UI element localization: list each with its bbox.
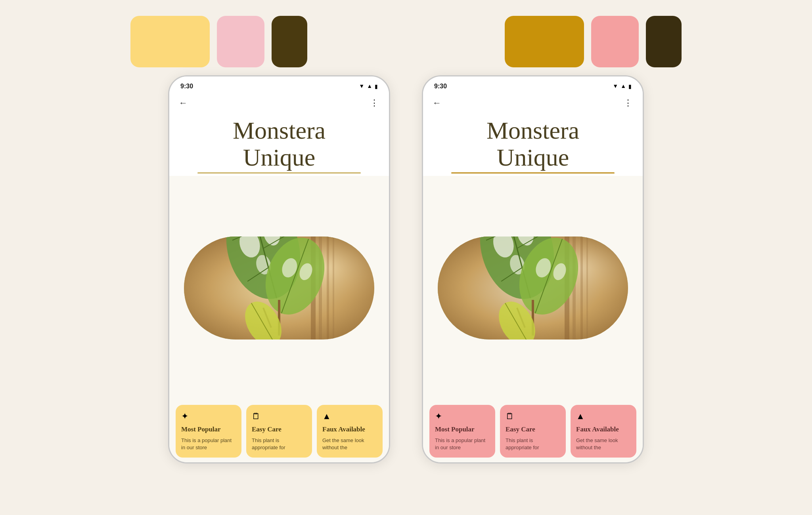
swatch-pink-medium (591, 16, 639, 67)
plant-oval-1 (184, 237, 374, 340)
card-desc-popular-2: This is a popular plant in our store (435, 437, 490, 451)
card-desc-popular-1: This is a popular plant in our store (181, 437, 236, 451)
swatch-yellow-dark (505, 16, 584, 67)
swatches-container (0, 0, 812, 75)
plant-illustration-1 (184, 237, 374, 340)
card-most-popular-2: ✦ Most Popular This is a popular plant i… (429, 405, 495, 458)
phone-1: 9:30 ▼ ▲ ▮ ← ⋮ Monstera Unique (168, 75, 390, 464)
card-title-popular-2: Most Popular (435, 425, 490, 433)
battery-icon-1: ▮ (375, 83, 378, 90)
plant-name-1: Monstera Unique (177, 117, 381, 174)
card-title-care-2: Easy Care (506, 425, 560, 433)
svg-rect-27 (586, 237, 588, 340)
swatch-pink-light (217, 16, 264, 67)
nav-bar-2: ← ⋮ (423, 93, 643, 113)
cards-row-2: ✦ Most Popular This is a popular plant i… (423, 400, 643, 462)
card-faux-1: ▲ Faux Available Get the same look witho… (317, 405, 383, 458)
clipboard-icon-1: 🗒 (252, 411, 306, 422)
title-underline-2 (451, 172, 614, 174)
plant-title-2: Monstera Unique (423, 113, 643, 176)
plant-image-area-1 (169, 176, 389, 400)
phones-container: 9:30 ▼ ▲ ▮ ← ⋮ Monstera Unique (144, 75, 668, 515)
cards-row-1: ✦ Most Popular This is a popular plant i… (169, 400, 389, 462)
status-time-1: 9:30 (180, 83, 193, 90)
more-button-1[interactable]: ⋮ (370, 98, 379, 108)
svg-rect-5 (333, 237, 334, 340)
status-icons-1: ▼ ▲ ▮ (359, 83, 378, 90)
plant-title-1: Monstera Unique (169, 113, 389, 176)
card-desc-care-2: This plant is appropriate for (506, 437, 560, 451)
back-button-2[interactable]: ← (433, 98, 441, 108)
swatch-yellow-light (130, 16, 210, 67)
more-button-2[interactable]: ⋮ (624, 98, 633, 108)
status-bar-2: 9:30 ▼ ▲ ▮ (423, 76, 643, 93)
status-bar-1: 9:30 ▼ ▲ ▮ (169, 76, 389, 93)
plant-name-2: Monstera Unique (431, 117, 635, 174)
wifi-icon-2: ▼ (613, 83, 618, 90)
swatch-brown-2 (646, 16, 682, 67)
plant-illustration-2 (438, 237, 628, 340)
sparkle-icon-1: ✦ (181, 411, 236, 422)
plant-image-area-2 (423, 176, 643, 400)
card-easy-care-1: 🗒 Easy Care This plant is appropriate fo… (246, 405, 312, 458)
card-desc-faux-2: Get the same look without the (576, 437, 631, 451)
card-title-faux-2: Faux Available (576, 425, 631, 433)
card-faux-2: ▲ Faux Available Get the same look witho… (571, 405, 636, 458)
clipboard-icon-2: 🗒 (506, 411, 560, 422)
card-title-faux-1: Faux Available (322, 425, 377, 433)
card-title-popular-1: Most Popular (181, 425, 236, 433)
wifi-icon-1: ▼ (359, 83, 364, 90)
status-icons-2: ▼ ▲ ▮ (613, 83, 632, 90)
swatch-brown-1 (272, 16, 307, 67)
swatch-group-1 (130, 16, 307, 67)
nav-bar-1: ← ⋮ (169, 93, 389, 113)
plant-oval-2 (438, 237, 628, 340)
card-desc-care-1: This plant is appropriate for (252, 437, 306, 451)
svg-rect-26 (580, 237, 583, 340)
card-title-care-1: Easy Care (252, 425, 306, 433)
tree-icon-1: ▲ (322, 411, 377, 422)
svg-rect-4 (327, 237, 329, 340)
tree-icon-2: ▲ (576, 411, 631, 422)
back-button-1[interactable]: ← (179, 98, 188, 108)
phone-2: 9:30 ▼ ▲ ▮ ← ⋮ Monstera Unique (422, 75, 644, 464)
sparkle-icon-2: ✦ (435, 411, 490, 422)
signal-icon-1: ▲ (367, 83, 372, 90)
battery-icon-2: ▮ (628, 83, 632, 90)
title-underline-1 (197, 172, 360, 174)
card-most-popular-1: ✦ Most Popular This is a popular plant i… (176, 405, 241, 458)
status-time-2: 9:30 (434, 83, 447, 90)
swatch-group-2 (505, 16, 682, 67)
signal-icon-2: ▲ (620, 83, 626, 90)
card-easy-care-2: 🗒 Easy Care This plant is appropriate fo… (500, 405, 566, 458)
card-desc-faux-1: Get the same look without the (322, 437, 377, 451)
